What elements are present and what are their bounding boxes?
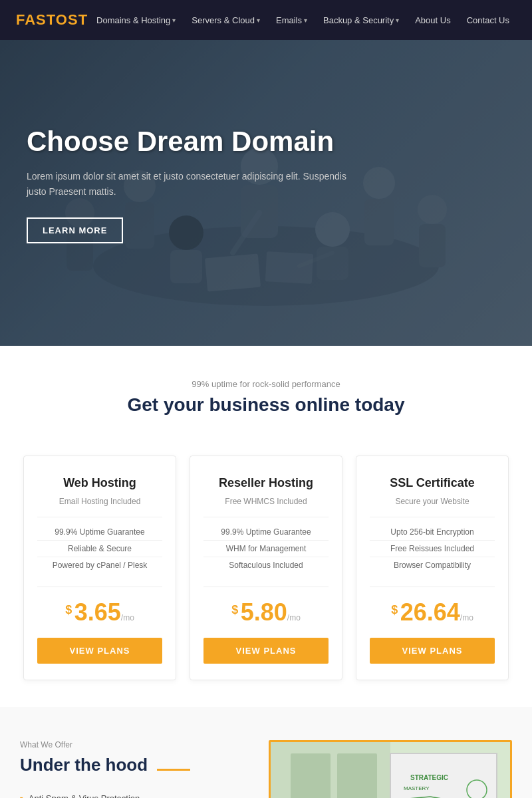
svg-rect-21 xyxy=(291,753,331,798)
hood-right-image: STRATEGIC MASTERY xyxy=(269,740,512,798)
svg-text:STRATEGIC: STRATEGIC xyxy=(410,774,448,781)
card-subtitle-reseller: Free WHMCS Included xyxy=(203,497,329,506)
pricing-cards: Web Hosting Email Hosting Included 99.9%… xyxy=(0,456,532,707)
feature-item: Powered by cPanel / Plesk xyxy=(37,557,162,573)
feature-item: 99.9% Uptime Guarantee xyxy=(37,524,162,541)
navbar: FASTOST Domains & Hosting ▾ Servers & Cl… xyxy=(0,0,532,40)
nav-item-backup[interactable]: Backup & Security ▾ xyxy=(317,11,406,29)
hood-image-art: STRATEGIC MASTERY xyxy=(271,740,510,798)
card-title-web: Web Hosting xyxy=(37,476,162,490)
hood-feature-item: Anti Spam & Virus Protection xyxy=(20,789,249,798)
feature-item: Softaculous Included xyxy=(203,557,329,573)
chevron-down-icon: ▾ xyxy=(304,17,307,24)
web-hosting-price: $ 3.65/mo xyxy=(37,600,162,624)
hood-features-list: Anti Spam & Virus Protection Password Pr… xyxy=(20,789,249,798)
chevron-down-icon: ▾ xyxy=(172,17,176,24)
card-title-reseller: Reseller Hosting xyxy=(203,476,329,490)
nav-item-emails[interactable]: Emails ▾ xyxy=(269,11,314,29)
card-divider xyxy=(370,587,495,587)
nav-link-backup[interactable]: Backup & Security ▾ xyxy=(317,11,406,29)
feature-item: 99.9% Uptime Guarantee xyxy=(203,524,329,541)
card-divider xyxy=(203,517,329,517)
nav-item-contact[interactable]: Contact Us xyxy=(460,11,516,29)
feature-item: Reliable & Secure xyxy=(37,541,162,557)
web-hosting-card: Web Hosting Email Hosting Included 99.9%… xyxy=(23,456,176,680)
card-divider xyxy=(203,587,329,587)
what-we-offer-label: What We Offer xyxy=(20,740,249,749)
ssl-price: $ 26.64/mo xyxy=(370,600,495,624)
hero-description: Lorem ipsum dolor sit amet sit et justo … xyxy=(27,169,359,199)
reseller-hosting-price: $ 5.80/mo xyxy=(203,600,329,624)
nav-item-domains[interactable]: Domains & Hosting ▾ xyxy=(90,11,182,29)
feature-item: Upto 256-bit Encryption xyxy=(370,524,495,541)
web-hosting-features: 99.9% Uptime Guarantee Reliable & Secure… xyxy=(37,524,162,573)
svg-text:MASTERY: MASTERY xyxy=(404,785,430,791)
chevron-down-icon: ▾ xyxy=(257,17,260,24)
business-tagline: 99% uptime for rock-solid performance xyxy=(20,379,512,389)
hero-headline: Choose Dream Domain xyxy=(27,126,359,157)
feature-item: WHM for Management xyxy=(203,541,329,557)
nav-link-about[interactable]: About Us xyxy=(408,11,457,29)
business-section: 99% uptime for rock-solid performance Ge… xyxy=(0,346,532,456)
card-title-ssl: SSL Certificate xyxy=(370,476,495,490)
chevron-down-icon: ▾ xyxy=(396,17,399,24)
nav-link-contact[interactable]: Contact Us xyxy=(460,11,516,29)
hood-image: STRATEGIC MASTERY xyxy=(269,740,512,798)
reseller-hosting-features: 99.9% Uptime Guarantee WHM for Managemen… xyxy=(203,524,329,573)
hero-content: Choose Dream Domain Lorem ipsum dolor si… xyxy=(27,126,359,243)
ssl-view-plans-button[interactable]: View Plans xyxy=(370,638,495,664)
nav-item-about[interactable]: About Us xyxy=(408,11,457,29)
logo-text-start: FAST xyxy=(16,11,56,28)
card-subtitle-web: Email Hosting Included xyxy=(37,497,162,506)
hood-section: What We Offer Under the hood Anti Spam &… xyxy=(0,707,532,798)
learn-more-button[interactable]: LEARN MORE xyxy=(27,217,123,243)
card-subtitle-ssl: Secure your Website xyxy=(370,497,495,506)
ssl-certificate-card: SSL Certificate Secure your Website Upto… xyxy=(356,456,509,680)
card-divider xyxy=(370,517,495,517)
nav-link-servers[interactable]: Servers & Cloud ▾ xyxy=(185,11,267,29)
nav-link-emails[interactable]: Emails ▾ xyxy=(269,11,314,29)
logo[interactable]: FASTOST xyxy=(16,11,88,29)
hero-section: Choose Dream Domain Lorem ipsum dolor si… xyxy=(0,40,532,346)
nav-link-domains[interactable]: Domains & Hosting ▾ xyxy=(90,11,182,29)
reseller-hosting-view-plans-button[interactable]: View Plans xyxy=(203,638,329,664)
hood-left-content: What We Offer Under the hood Anti Spam &… xyxy=(20,740,249,798)
nav-item-servers[interactable]: Servers & Cloud ▾ xyxy=(185,11,267,29)
hood-heading: Under the hood xyxy=(20,755,249,775)
card-divider xyxy=(37,587,162,587)
nav-links: Domains & Hosting ▾ Servers & Cloud ▾ Em… xyxy=(90,11,516,29)
business-heading: Get your business online today xyxy=(20,394,512,416)
feature-item: Free Reissues Included xyxy=(370,541,495,557)
card-divider xyxy=(37,517,162,517)
logo-highlight: O xyxy=(56,11,68,28)
feature-item: Browser Compatibility xyxy=(370,557,495,573)
ssl-features: Upto 256-bit Encryption Free Reissues In… xyxy=(370,524,495,573)
reseller-hosting-card: Reseller Hosting Free WHMCS Included 99.… xyxy=(190,456,342,680)
svg-rect-22 xyxy=(337,753,377,798)
logo-text-end: ST xyxy=(68,11,88,28)
web-hosting-view-plans-button[interactable]: View Plans xyxy=(37,638,162,664)
